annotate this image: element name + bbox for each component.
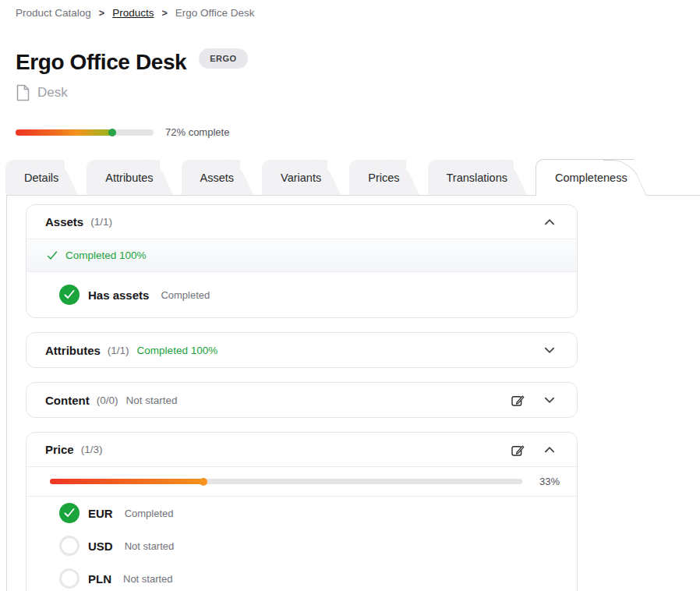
check-icon — [47, 251, 58, 260]
file-icon — [16, 84, 30, 101]
tab-variants[interactable]: Variants — [262, 160, 327, 195]
price-progress-fill — [50, 479, 206, 484]
section-title: Attributes — [45, 344, 101, 357]
tab-details[interactable]: Details — [5, 160, 65, 195]
section-count: (1/1) — [90, 216, 112, 228]
tab-attributes[interactable]: Attributes — [87, 160, 159, 195]
item-label: Has assets — [88, 288, 149, 302]
section-assets: Assets (1/1) Completed 100% Has assets C… — [26, 204, 578, 318]
chevron-down-icon[interactable] — [543, 393, 557, 407]
item-status: Not started — [125, 540, 175, 552]
overall-progress: 72% complete — [16, 126, 700, 138]
breadcrumb-separator: > — [161, 8, 167, 19]
assets-item-has-assets: Has assets Completed — [27, 272, 577, 317]
family-label: Desk — [37, 85, 68, 101]
price-item-usd: USD Not started — [27, 529, 577, 562]
price-progress-bar — [50, 479, 522, 484]
section-status: Not started — [126, 395, 177, 406]
edit-icon[interactable] — [510, 442, 525, 458]
breadcrumb-item-products[interactable]: Products — [112, 7, 154, 19]
tab-translations[interactable]: Translations — [428, 160, 514, 195]
section-count: (1/3) — [81, 444, 103, 455]
section-attributes-header[interactable]: Attributes (1/1) Completed 100% — [27, 333, 577, 367]
section-title: Content — [45, 394, 90, 407]
price-items: EUR Completed USD Not started PLN Not st… — [27, 497, 577, 591]
price-item-eur: EUR Completed — [27, 497, 577, 529]
check-circle-icon — [59, 503, 80, 523]
page-header: Ergo Office Desk ERGO — [16, 50, 700, 75]
circle-outline-icon — [59, 568, 80, 589]
item-status: Not started — [123, 573, 173, 585]
item-label: USD — [88, 540, 113, 553]
overall-progress-bar — [16, 129, 154, 136]
chevron-up-icon[interactable] — [543, 443, 557, 457]
section-price-header[interactable]: Price (1/3) — [27, 433, 577, 467]
section-content: Content (0/0) Not started — [26, 382, 578, 418]
price-progress-label: 33% — [532, 476, 560, 487]
section-assets-summary: Completed 100% — [27, 239, 577, 272]
tab-bar: Details Attributes Assets Variants Price… — [0, 159, 700, 195]
tab-assets[interactable]: Assets — [182, 160, 241, 195]
item-status: Completed — [125, 508, 174, 519]
overall-progress-fill — [16, 129, 115, 136]
family-row: Desk — [16, 84, 700, 101]
price-progress-row: 33% — [27, 467, 577, 497]
section-title: Price — [45, 443, 74, 456]
page-title: Ergo Office Desk — [16, 50, 186, 75]
price-item-pln: PLN Not started — [27, 562, 577, 591]
circle-outline-icon — [59, 536, 80, 556]
breadcrumb-item-current: Ergo Office Desk — [175, 7, 255, 19]
item-label: EUR — [88, 507, 113, 520]
chevron-up-icon[interactable] — [543, 215, 557, 229]
section-count: (1/1) — [108, 345, 129, 356]
tab-prices[interactable]: Prices — [349, 160, 405, 195]
check-circle-icon — [59, 285, 80, 305]
section-title: Assets — [45, 215, 83, 228]
breadcrumb: Product Catalog > Products > Ergo Office… — [0, 0, 700, 19]
chevron-down-icon[interactable] — [543, 343, 557, 357]
section-attributes: Attributes (1/1) Completed 100% — [26, 332, 578, 368]
family-badge: ERGO — [199, 48, 247, 69]
breadcrumb-separator: > — [99, 8, 104, 19]
section-assets-header[interactable]: Assets (1/1) — [27, 205, 577, 239]
breadcrumb-item-product-catalog[interactable]: Product Catalog — [16, 7, 91, 19]
section-count: (0/0) — [97, 395, 118, 406]
tab-completeness[interactable]: Completeness — [536, 159, 634, 196]
overall-progress-label: 72% complete — [165, 126, 229, 138]
completeness-panel: Assets (1/1) Completed 100% Has assets C… — [6, 195, 700, 591]
section-status: Completed 100% — [137, 345, 218, 356]
section-price: Price (1/3) 33% — [26, 432, 578, 591]
item-status: Completed — [161, 289, 210, 301]
item-label: PLN — [88, 572, 111, 586]
section-summary-label: Completed 100% — [65, 249, 147, 261]
section-content-header[interactable]: Content (0/0) Not started — [27, 383, 577, 417]
edit-icon[interactable] — [510, 392, 525, 408]
